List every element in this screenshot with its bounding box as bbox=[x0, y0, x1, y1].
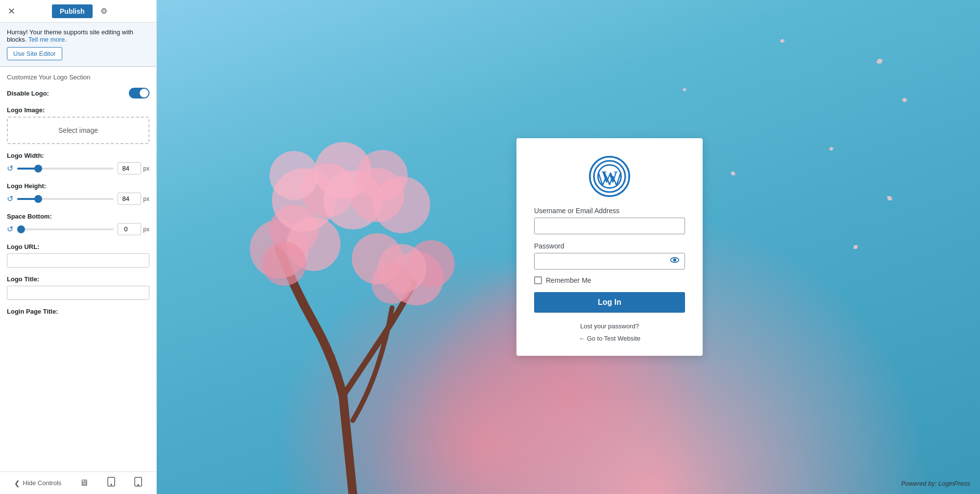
svg-text:W: W bbox=[601, 168, 618, 186]
tablet-view-button[interactable] bbox=[106, 477, 116, 489]
svg-point-12 bbox=[352, 233, 403, 284]
svg-point-27 bbox=[674, 259, 676, 261]
site-editor-button[interactable]: Use Site Editor bbox=[7, 47, 62, 60]
chevron-left-icon: ❮ bbox=[14, 479, 20, 487]
disable-logo-field: Disable Logo: bbox=[7, 88, 149, 99]
wordpress-logo: W bbox=[589, 156, 630, 197]
logo-url-input[interactable] bbox=[7, 253, 149, 268]
close-button[interactable]: ✕ bbox=[4, 4, 19, 19]
tell-more-link[interactable]: Tell me more bbox=[28, 36, 65, 43]
disable-logo-toggle[interactable] bbox=[129, 88, 149, 99]
hide-controls-button[interactable]: ❮ Hide Controls bbox=[14, 479, 62, 487]
preview-area: W Username or Email Address Password Rem… bbox=[157, 0, 980, 494]
powered-by-text: Powered by: LoginPress bbox=[901, 480, 970, 487]
login-page-title-field: Login Page Title: bbox=[7, 308, 149, 315]
logo-width-slider[interactable] bbox=[17, 168, 114, 170]
logo-title-label: Logo Title: bbox=[7, 275, 149, 283]
top-bar: ✕ Publish ⚙ bbox=[0, 0, 156, 23]
remember-me-checkbox[interactable] bbox=[534, 276, 542, 284]
svg-point-7 bbox=[262, 242, 306, 286]
disable-logo-label: Disable Logo: bbox=[7, 88, 149, 99]
space-bottom-input-wrap: px bbox=[118, 223, 149, 235]
remember-me-row: Remember Me bbox=[534, 276, 685, 284]
username-label: Username or Email Address bbox=[534, 207, 685, 215]
logo-title-input[interactable] bbox=[7, 286, 149, 300]
logo-height-slider[interactable] bbox=[17, 198, 114, 200]
goto-website-link[interactable]: ← Go to Test Website bbox=[579, 335, 640, 342]
logo-width-label: Logo Width: bbox=[7, 152, 149, 159]
cherry-blossom-tree bbox=[206, 102, 500, 494]
login-page-title-label: Login Page Title: bbox=[7, 308, 149, 315]
password-field-wrap bbox=[534, 253, 685, 270]
mobile-view-button[interactable] bbox=[134, 477, 142, 489]
password-input[interactable] bbox=[534, 253, 685, 270]
logo-url-label: Logo URL: bbox=[7, 243, 149, 250]
svg-point-20 bbox=[357, 150, 408, 201]
login-button[interactable]: Log In bbox=[534, 292, 685, 313]
desktop-view-button[interactable]: 🖥 bbox=[79, 478, 88, 488]
customizer-panel: ✕ Publish ⚙ Hurray! Your theme supports … bbox=[0, 0, 157, 494]
password-label: Password bbox=[534, 242, 685, 250]
logo-height-label: Logo Height: bbox=[7, 182, 149, 190]
logo-height-input-wrap: px bbox=[118, 193, 149, 205]
svg-point-3 bbox=[138, 485, 139, 486]
toggle-password-icon[interactable] bbox=[669, 255, 680, 268]
logo-image-field: Logo Image: Select image bbox=[7, 106, 149, 144]
space-bottom-input[interactable] bbox=[118, 223, 141, 235]
logo-height-field: Logo Height: ↺ px bbox=[7, 182, 149, 205]
panel-content: Customize Your Logo Section Disable Logo… bbox=[0, 67, 156, 494]
forgot-password-link[interactable]: Lost your password? bbox=[580, 322, 639, 330]
space-bottom-label: Space Bottom: bbox=[7, 213, 149, 220]
space-bottom-slider[interactable] bbox=[17, 228, 114, 230]
remember-me-label: Remember Me bbox=[546, 276, 591, 284]
notice-banner: Hurray! Your theme supports site editing… bbox=[0, 23, 156, 67]
logo-width-unit: px bbox=[143, 165, 149, 172]
logo-width-reset[interactable]: ↺ bbox=[7, 164, 13, 173]
space-bottom-field: Space Bottom: ↺ px bbox=[7, 213, 149, 235]
tablet-icon bbox=[106, 477, 116, 489]
settings-button[interactable]: ⚙ bbox=[97, 4, 111, 19]
space-bottom-slider-row: ↺ px bbox=[7, 223, 149, 235]
space-bottom-reset[interactable]: ↺ bbox=[7, 224, 13, 234]
notice-text: Hurray! Your theme supports site editing… bbox=[7, 28, 133, 43]
login-card: W Username or Email Address Password Rem… bbox=[516, 138, 703, 356]
bottom-bar: ❮ Hide Controls 🖥 bbox=[0, 471, 156, 494]
logo-width-input-wrap: px bbox=[118, 162, 149, 174]
hide-controls-label: Hide Controls bbox=[23, 479, 62, 487]
mobile-icon bbox=[134, 477, 142, 489]
section-title: Customize Your Logo Section bbox=[7, 74, 149, 81]
publish-button[interactable]: Publish bbox=[52, 4, 93, 18]
logo-title-field: Logo Title: bbox=[7, 275, 149, 300]
logo-url-field: Logo URL: bbox=[7, 243, 149, 268]
space-bottom-unit: px bbox=[143, 226, 149, 233]
logo-height-unit: px bbox=[143, 196, 149, 202]
logo-width-field: Logo Width: ↺ px bbox=[7, 152, 149, 174]
select-image-button[interactable]: Select image bbox=[7, 117, 149, 144]
logo-height-reset[interactable]: ↺ bbox=[7, 194, 13, 203]
logo-width-input[interactable] bbox=[118, 162, 141, 174]
logo-height-input[interactable] bbox=[118, 193, 141, 205]
petal-4 bbox=[887, 196, 892, 200]
svg-point-1 bbox=[111, 484, 112, 485]
desktop-icon: 🖥 bbox=[79, 478, 88, 488]
logo-image-label: Logo Image: bbox=[7, 106, 149, 114]
logo-width-slider-row: ↺ px bbox=[7, 162, 149, 174]
username-input[interactable] bbox=[534, 218, 685, 234]
svg-point-18 bbox=[270, 151, 318, 200]
logo-height-slider-row: ↺ px bbox=[7, 193, 149, 205]
